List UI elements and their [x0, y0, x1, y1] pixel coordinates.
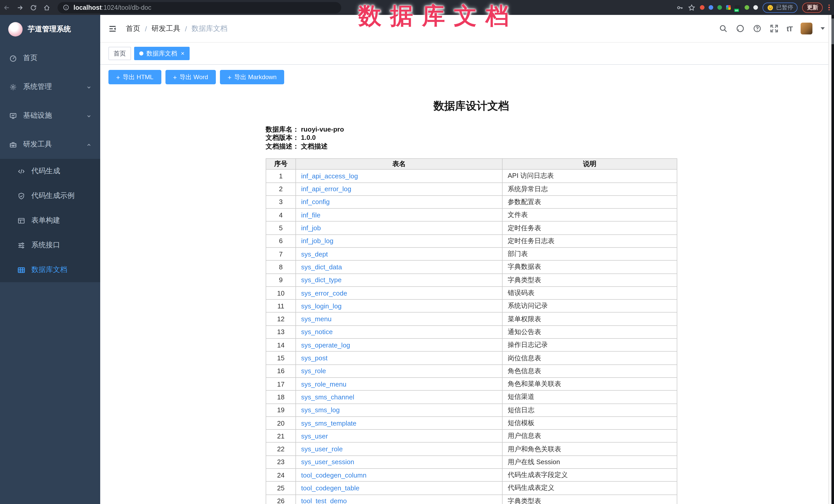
table-name-link[interactable]: sys_post	[301, 354, 328, 362]
table-name-cell: inf_file	[296, 209, 502, 222]
table-name-link[interactable]: sys_sms_log	[301, 406, 340, 414]
table-row: 9sys_dict_type字典类型表	[266, 273, 677, 287]
address-bar[interactable]: localhost:1024/tool/db-doc	[58, 2, 341, 13]
export-markdown-button[interactable]: + 导出 Markdown	[220, 70, 284, 84]
search-icon[interactable]	[719, 24, 728, 33]
sidebar-item-system-api[interactable]: 系统接口	[0, 233, 100, 258]
table-name-link[interactable]: sys_notice	[301, 328, 333, 336]
row-index: 26	[266, 495, 296, 504]
table-name-link[interactable]: sys_sms_channel	[301, 393, 354, 401]
browser-menu-icon[interactable]	[829, 4, 830, 10]
extension-on-badge-icon[interactable]: on	[735, 5, 741, 10]
table-name-link[interactable]: sys_role	[301, 367, 326, 375]
sidebar-item-code-generation[interactable]: 代码生成	[0, 159, 100, 183]
table-row: 18sys_sms_channel短信渠道	[266, 391, 677, 404]
table-name-link[interactable]: inf_config	[301, 198, 330, 206]
sidebar-item-db-doc[interactable]: 数据库文档	[0, 258, 100, 282]
row-index: 20	[266, 417, 296, 430]
sidebar-item-code-generation-example[interactable]: 代码生成示例	[0, 183, 100, 208]
table-name-link[interactable]: sys_user_role	[301, 445, 343, 453]
table-name-link[interactable]: sys_dict_data	[301, 263, 342, 271]
table-row: 25tool_codegen_table代码生成表定义	[266, 482, 677, 495]
table-name-cell: tool_codegen_column	[296, 468, 502, 482]
browser-forward-button[interactable]	[13, 2, 27, 13]
meta-line: 数据库名： ruoyi-vue-pro	[266, 126, 677, 134]
toolbox-icon	[9, 140, 17, 148]
table-name-link[interactable]: inf_file	[301, 211, 321, 219]
table-name-link[interactable]: tool_test_demo	[301, 497, 347, 504]
table-name-link[interactable]: sys_dept	[301, 250, 328, 258]
table-row: 4inf_file文件表	[266, 209, 677, 222]
fullscreen-icon[interactable]	[770, 24, 778, 33]
export-word-button[interactable]: + 导出 Word	[165, 70, 216, 84]
table-name-link[interactable]: sys_sms_template	[301, 419, 356, 427]
browser-back-button[interactable]	[0, 2, 13, 13]
overlay-annotation-title: 数据库文档	[358, 1, 518, 31]
window-scrollbar[interactable]	[831, 15, 834, 504]
user-menu-caret-icon[interactable]	[821, 27, 825, 30]
table-row: 22sys_user_role用户和角色关联表	[266, 443, 677, 456]
table-name-cell: inf_config	[296, 196, 502, 209]
table-row: 20sys_sms_template短信模板	[266, 417, 677, 430]
table-name-link[interactable]: sys_dict_type	[301, 276, 342, 284]
table-name-link[interactable]: sys_login_log	[301, 302, 342, 310]
browser-reload-button[interactable]	[27, 2, 40, 13]
sidebar-item-system-management[interactable]: 系统管理	[0, 72, 100, 101]
browser-update-button[interactable]: 更新	[803, 2, 823, 13]
key-icon[interactable]	[677, 4, 684, 11]
profile-paused-chip[interactable]: 已暂停	[763, 2, 798, 13]
tag-home[interactable]: 首页	[108, 47, 131, 60]
tag-close-icon[interactable]: ×	[181, 50, 184, 57]
bookmark-star-icon[interactable]	[688, 4, 696, 11]
sidebar-fold-icon[interactable]	[108, 24, 117, 32]
row-index: 7	[266, 247, 296, 261]
column-header-index: 序号	[266, 158, 296, 169]
table-name-cell: sys_login_log	[296, 300, 502, 312]
user-avatar[interactable]	[800, 23, 812, 35]
sidebar-item-home[interactable]: 首页	[0, 44, 100, 72]
table-row: 6inf_job_log定时任务日志表	[266, 234, 677, 247]
extension-puzzle-icon[interactable]	[753, 5, 758, 10]
table-row: 23sys_user_session用户在线 Session	[266, 456, 677, 469]
sidebar-item-dev-tools[interactable]: 研发工具	[0, 130, 100, 159]
breadcrumb-dev-tools[interactable]: 研发工具	[152, 24, 180, 33]
url-path: :1024/tool/db-doc	[102, 4, 151, 11]
site-info-icon[interactable]	[63, 4, 69, 11]
extension-green-check-icon[interactable]	[718, 5, 722, 10]
tag-label: 数据库文档	[147, 49, 177, 58]
github-icon[interactable]	[736, 24, 745, 33]
sidebar-item-infrastructure[interactable]: 基础设施	[0, 101, 100, 130]
table-name-link[interactable]: sys_user	[301, 432, 328, 440]
tag-db-doc[interactable]: 数据库文档 ×	[134, 47, 190, 60]
window-scrollbar-thumb[interactable]	[831, 19, 834, 44]
sidebar-item-label: 首页	[23, 53, 92, 63]
table-name-cell: sys_dept	[296, 247, 502, 261]
export-html-button[interactable]: + 导出 HTML	[108, 70, 161, 84]
table-name-link[interactable]: sys_operate_log	[301, 341, 350, 349]
extension-blue-icon[interactable]	[709, 5, 714, 10]
table-desc-cell: 用户和角色关联表	[502, 443, 677, 456]
table-name-link[interactable]: inf_job	[301, 224, 321, 232]
table-name-cell: sys_menu	[296, 312, 502, 326]
table-name-link[interactable]: sys_error_code	[301, 289, 347, 297]
extension-leaf-icon[interactable]	[745, 5, 749, 10]
table-name-link[interactable]: sys_user_session	[301, 458, 354, 466]
table-name-link[interactable]: inf_api_access_log	[301, 172, 358, 180]
table-name-link[interactable]: sys_menu	[301, 315, 332, 323]
table-name-link[interactable]: sys_role_menu	[301, 380, 346, 388]
table-desc-cell: 字典类型表	[502, 273, 677, 287]
help-icon[interactable]	[753, 24, 762, 33]
extension-grid-icon[interactable]	[726, 5, 731, 10]
sidebar-item-form-builder[interactable]: 表单构建	[0, 208, 100, 233]
table-name-link[interactable]: inf_job_log	[301, 237, 333, 245]
content-scrollbar[interactable]	[828, 15, 831, 504]
font-size-icon[interactable]: tT	[787, 24, 792, 32]
app-logo[interactable]: 芋道管理系统	[0, 15, 100, 44]
row-index: 21	[266, 430, 296, 443]
breadcrumb-home[interactable]: 首页	[126, 24, 140, 33]
browser-home-button[interactable]	[40, 2, 53, 13]
table-name-link[interactable]: inf_api_error_log	[301, 185, 351, 193]
extension-red-icon[interactable]	[700, 5, 705, 10]
table-name-link[interactable]: tool_codegen_table	[301, 484, 359, 492]
table-name-link[interactable]: tool_codegen_column	[301, 471, 366, 479]
